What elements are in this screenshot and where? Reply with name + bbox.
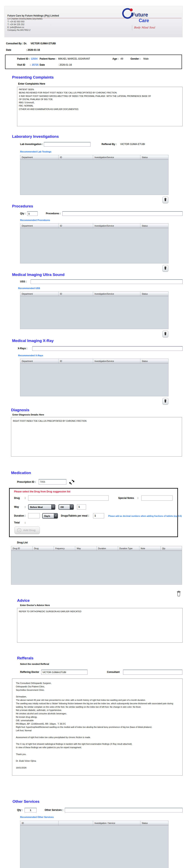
drug-col-qty[interactable]: Qty bbox=[160, 546, 182, 551]
consulted-by-row: Consulted By : Dr. VICTOR OJIMA ETUBI bbox=[0, 42, 187, 45]
procedures-input[interactable] bbox=[62, 211, 183, 216]
way-select[interactable]: Before Meal ▼ bbox=[28, 504, 55, 510]
lab-col-id[interactable]: ID bbox=[59, 155, 93, 160]
frequency-qty-input[interactable] bbox=[77, 504, 86, 509]
diagnosis-textarea[interactable]: RIGHT FOOT INDEX TOE CALLUS PRECIPITATED… bbox=[11, 417, 182, 457]
visit-date-label: Date bbox=[40, 63, 45, 66]
trash-outline-icon bbox=[176, 590, 181, 598]
total-colon: : bbox=[25, 521, 26, 524]
section-heading-ultrasound: Medical Imaging Ultra Sound bbox=[12, 273, 187, 277]
recommended-other-services-link[interactable]: Recommended Other Services bbox=[20, 816, 187, 818]
drug-suggestion-hint: Please select the Drug from Drug suggess… bbox=[14, 490, 70, 493]
advice-delete-button[interactable] bbox=[176, 590, 182, 598]
company-details: Future Care by Future Holdings (Pty) Lim… bbox=[7, 14, 59, 31]
drug-col-duration[interactable]: Duration bbox=[97, 546, 118, 551]
lab-investigation-label: Lab Investingation : bbox=[20, 143, 43, 146]
drug-col-note[interactable]: Note bbox=[139, 546, 160, 551]
logo-separator bbox=[132, 25, 132, 30]
referral-letter-textarea[interactable]: The Consultant Orthopaedic Surgeon, Orth… bbox=[12, 679, 183, 776]
complaints-textarea[interactable]: PATIENT SEEN. BEING REVIEWED FOR RIGHT F… bbox=[17, 87, 183, 126]
chevron-down-icon: ▼ bbox=[54, 514, 58, 518]
complaints-label: Enter Complaints Here bbox=[18, 82, 187, 85]
drug-col-drug[interactable]: Drug bbox=[33, 546, 54, 551]
drug-col-duration-type[interactable]: Duration Type bbox=[118, 546, 139, 551]
per-meal-label: Drugs/Tablets per meal : bbox=[61, 514, 89, 517]
patient-id-label: Patient ID : bbox=[17, 57, 30, 60]
recommended-xray-link[interactable]: Recommended X-Rays bbox=[18, 354, 187, 356]
recommended-lab-testings-link[interactable]: Recommended Lab Testings bbox=[20, 150, 187, 153]
uss-field-row: USS : bbox=[0, 279, 187, 285]
consultant-input[interactable] bbox=[123, 670, 182, 675]
company-phone-2: T: +24 84 225 252 bbox=[7, 23, 59, 26]
section-heading-diagnosis: Diagnosis bbox=[11, 408, 187, 412]
uss-col-department[interactable]: Department bbox=[20, 291, 59, 296]
procedures-col-id[interactable]: ID bbox=[59, 223, 93, 228]
lab-investigation-input[interactable] bbox=[44, 142, 90, 147]
drug-list-label: Drug List bbox=[17, 541, 187, 544]
xray-col-service[interactable]: Investigation/Service bbox=[93, 359, 140, 364]
prescription-id-input[interactable] bbox=[39, 479, 66, 485]
procedures-qty-input[interactable] bbox=[27, 211, 38, 216]
section-heading-referrals: Refferals bbox=[17, 656, 187, 660]
special-notes-input[interactable] bbox=[141, 495, 173, 501]
company-email: E: jude@future.sc bbox=[7, 26, 59, 28]
trash-icon bbox=[164, 266, 167, 271]
lab-delete-button[interactable] bbox=[162, 196, 168, 203]
section-heading-laboratory: Laboratory Investigations bbox=[12, 134, 187, 139]
uss-col-id[interactable]: ID bbox=[59, 291, 93, 296]
section-heading-advice: Advice bbox=[17, 598, 187, 603]
other-col-blank[interactable] bbox=[59, 821, 93, 826]
drug-col-frequency[interactable]: Fequency bbox=[54, 546, 75, 551]
drug-col-id[interactable]: Drug ID bbox=[11, 546, 33, 551]
other-col-id[interactable]: ID bbox=[20, 821, 59, 826]
drug-list-table: Drug ID Drug Fequency Way Duration Durat… bbox=[11, 546, 182, 585]
section-heading-xray: Medical Imaging X-Ray bbox=[12, 339, 187, 343]
procedures-col-status[interactable]: Status bbox=[140, 223, 169, 228]
other-col-status[interactable]: Status bbox=[140, 821, 169, 826]
consult-date-value: : 2026-01-16 bbox=[26, 49, 40, 51]
advice-textarea[interactable]: REFER TO ORTHOPAEDIC SURGEON AS EARLIER … bbox=[17, 608, 183, 643]
consulted-by-value: VICTOR OJIMA ETUBI bbox=[31, 42, 56, 45]
recommended-procedures-link[interactable]: Recommended Procedures bbox=[20, 219, 187, 221]
company-number: Company No.8417652-2 bbox=[7, 29, 59, 31]
add-drug-button[interactable]: + Add Drug bbox=[14, 526, 40, 534]
procedures-field-row: Qty : Procedures : bbox=[0, 211, 187, 217]
referred-by-value: VICTOR OJIMA ETUBI bbox=[120, 143, 145, 146]
xray-col-id[interactable]: ID bbox=[59, 359, 93, 364]
lab-col-department[interactable]: Department bbox=[20, 155, 59, 160]
other-services-field-row: Qty : Other Services : bbox=[0, 808, 187, 813]
frequency-select[interactable]: OD ▼ bbox=[59, 504, 74, 510]
uss-table-body bbox=[20, 296, 169, 329]
consult-date-label: Date bbox=[6, 49, 11, 51]
drug-input[interactable] bbox=[28, 495, 109, 501]
trash-icon bbox=[164, 197, 167, 203]
referring-doctor-label: Reffering Doctor bbox=[20, 671, 39, 674]
drug-col-way[interactable]: Way bbox=[75, 546, 97, 551]
duration-input[interactable] bbox=[28, 513, 40, 518]
xray-recommendations-table: Department ID Investigation/Service Stat… bbox=[20, 359, 169, 396]
other-qty-input[interactable] bbox=[25, 808, 37, 812]
xray-input[interactable] bbox=[32, 346, 183, 351]
procedures-col-department[interactable]: Department bbox=[20, 223, 59, 228]
duration-unit-select[interactable]: Day/s ▼ bbox=[42, 513, 58, 519]
uss-input[interactable] bbox=[31, 279, 183, 284]
xray-delete-button[interactable] bbox=[162, 398, 168, 405]
xray-col-status[interactable]: Status bbox=[140, 359, 169, 364]
refresh-icon[interactable] bbox=[69, 479, 75, 486]
way-label: Way bbox=[14, 505, 19, 508]
lab-col-service[interactable]: Investigation/Service bbox=[93, 155, 140, 160]
uss-col-service[interactable]: Investigation/Service bbox=[93, 291, 140, 296]
uss-col-status[interactable]: Status bbox=[140, 291, 169, 296]
other-services-input[interactable] bbox=[65, 808, 183, 812]
lab-col-status[interactable]: Status bbox=[140, 155, 169, 160]
referring-doctor-input[interactable] bbox=[41, 670, 87, 675]
per-meal-input[interactable] bbox=[93, 513, 104, 518]
procedures-delete-button[interactable] bbox=[162, 265, 168, 272]
recommended-uss-link[interactable]: Recommended USS bbox=[18, 287, 187, 289]
logo-text-future: Future bbox=[132, 12, 148, 18]
uss-delete-button[interactable] bbox=[162, 331, 168, 337]
xray-col-department[interactable]: Department bbox=[20, 359, 59, 364]
other-col-service[interactable]: Investigation / Service bbox=[93, 821, 140, 826]
procedures-col-service[interactable]: Investigation/Service bbox=[93, 223, 140, 228]
patient-info-box: Patient ID : 12504 Patient Name : MIKAEL… bbox=[5, 55, 182, 69]
